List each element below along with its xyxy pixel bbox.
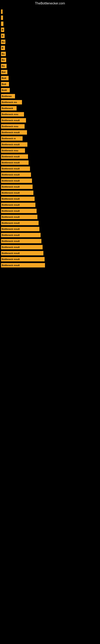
bar-label: Bo (2, 59, 5, 61)
bar-row: Bottleneck result (1, 196, 100, 202)
bar-item (1, 16, 3, 20)
bar-item: Bottleneck result (1, 160, 29, 165)
bar-label: Bo (2, 41, 5, 43)
bar-item: Bottleneck result (1, 196, 35, 201)
bar-row: Bottleneck result (1, 256, 100, 262)
bars-container: BBBoBBoBoBoBotBottBottBottlBottlenecBott… (0, 7, 100, 270)
bar-label: Bottleneck result (2, 240, 20, 242)
bar-label: B (2, 34, 3, 37)
bar-row: Bott (1, 81, 100, 87)
bar-item: Bottleneck (1, 106, 17, 110)
bar-row: Bottleneck result (1, 232, 100, 238)
bar-label: Bo (2, 65, 5, 67)
bar-item: Bo (1, 40, 5, 44)
bar-label: Bottleneck resu (2, 125, 18, 128)
bar-label: Bottleneck result (2, 192, 20, 194)
bar-row (1, 9, 100, 14)
bar-row: Bottleneck result (1, 178, 100, 184)
bar-row: Bottleneck result (1, 226, 100, 232)
bar-row: Bo (1, 39, 100, 45)
bar-label: Bottlenec (2, 95, 12, 98)
bar-item (1, 22, 3, 26)
bar-label: Bottleneck resu (2, 149, 18, 152)
bar-label: Bottleneck result (2, 204, 20, 206)
bar-label: Bott (2, 83, 6, 85)
bar-row (1, 15, 100, 20)
bar-label: Bottleneck resu (2, 113, 18, 116)
bar-label: Bot (2, 71, 5, 73)
bar-row: Bo (1, 51, 100, 57)
bar-label: Bottleneck result (2, 210, 20, 212)
bar-row: Bottleneck result (1, 184, 100, 190)
bar-label: Bottleneck result (2, 258, 20, 260)
bar-row: Bott (1, 75, 100, 81)
bar-item: Bottleneck result (1, 227, 39, 231)
bar-item: Bott (1, 76, 9, 80)
bar-row: Bottleneck result (1, 262, 100, 268)
bar-row: Bottleneck resu (1, 124, 100, 129)
bar-item (1, 10, 2, 14)
bar-label: Bottl (2, 89, 7, 91)
bar-row: Bottl (1, 87, 100, 93)
bar-item: Bot (1, 70, 7, 74)
bar-label: Bottleneck result (2, 198, 20, 200)
bar-label: Bottleneck result (2, 246, 20, 248)
bar-item: Bottleneck result (1, 233, 41, 237)
bar-row: Bottlenec (1, 94, 100, 99)
bar-label: Bottleneck result (2, 180, 20, 182)
bar-row: Bottleneck re (1, 136, 100, 141)
bar-row: Bottleneck result (1, 244, 100, 250)
bar-row: Bottleneck result (1, 142, 100, 147)
bar-item: Bottleneck resu (1, 112, 24, 116)
bar-item: Bottl (1, 88, 10, 92)
bar-item: Bottleneck result (1, 154, 28, 159)
bar-label: Bottleneck result (2, 131, 20, 134)
bar-item: Bottleneck result (1, 130, 27, 135)
bar-item: Bottleneck result (1, 184, 33, 189)
bar-item: Bottleneck res (1, 100, 22, 104)
site-title-container: TheBottlenecker.com (0, 0, 100, 7)
bar-row: Bottleneck result (1, 130, 100, 135)
bar-item: Bottleneck result (1, 209, 37, 213)
bar-item: B (1, 46, 5, 50)
bar-row: B (1, 27, 100, 32)
bar-label: Bottleneck result (2, 216, 20, 218)
bar-label: Bottleneck result (2, 252, 20, 254)
bar-label: Bottleneck result (2, 228, 20, 230)
bar-row: Bottleneck result (1, 220, 100, 226)
bar-label: Bottleneck result (2, 174, 20, 176)
bar-label: Bottleneck (2, 107, 13, 110)
bar-label: Bottleneck result (2, 168, 20, 170)
bar-item: Bottlenec (1, 94, 15, 98)
bar-item: Bott (1, 82, 9, 86)
bar-item: Bottleneck result (1, 190, 33, 195)
bar-label: Bo (2, 53, 5, 55)
bar-row: Bottleneck result (1, 190, 100, 196)
bar-item: B (1, 34, 4, 38)
bar-row: Bottleneck result (1, 214, 100, 220)
bar-row: B (1, 33, 100, 39)
bar-label: Bottleneck result (2, 162, 20, 164)
bar-row: Bottleneck result (1, 250, 100, 256)
bar-row: Bottleneck res (1, 100, 100, 105)
bar-item: Bottleneck result (1, 172, 31, 177)
bar-item: Bottleneck result (1, 263, 45, 268)
bar-item: Bo (1, 52, 6, 56)
bar-row: Bo (1, 63, 100, 69)
bar-row: Bot (1, 69, 100, 75)
bar-label: Bottleneck result (2, 222, 20, 224)
bar-row: Bottleneck result (1, 202, 100, 208)
bar-item: Bottleneck result (1, 118, 26, 122)
bar-label: Bottleneck result (2, 234, 20, 236)
site-title: TheBottlenecker.com (0, 0, 100, 7)
bar-row: Bottleneck resu (1, 148, 100, 153)
bar-item: Bottleneck result (1, 239, 41, 243)
bar-row (1, 21, 100, 26)
bar-row: Bottleneck result (1, 154, 100, 160)
bar-label: Bottleneck result (2, 143, 20, 146)
bar-label: Bott (2, 77, 6, 79)
bar-item: Bottleneck resu (1, 124, 25, 128)
bar-label: B (2, 47, 3, 49)
bar-item: Bottleneck re (1, 136, 23, 141)
bar-item: B (1, 28, 4, 32)
